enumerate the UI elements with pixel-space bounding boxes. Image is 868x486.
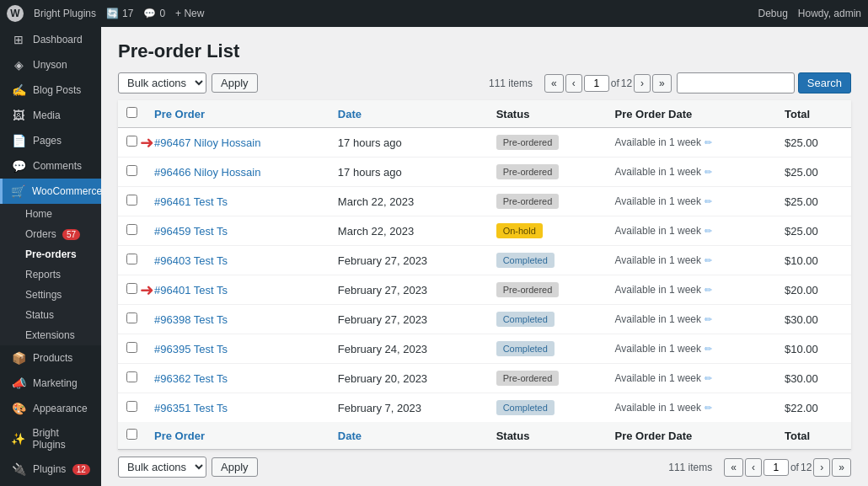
bottom-pagination: « ‹ of 12 › »: [724, 458, 851, 477]
woo-sub-status[interactable]: Status: [8, 305, 101, 325]
last-page-button-bottom[interactable]: »: [832, 458, 851, 477]
select-all-checkbox[interactable]: [126, 107, 137, 118]
bulk-actions-select[interactable]: Bulk actions: [118, 72, 206, 93]
order-link-2[interactable]: #96461 Test Ts: [154, 195, 228, 208]
woo-sub-settings[interactable]: Settings: [8, 285, 101, 305]
select-all-checkbox-footer[interactable]: [126, 429, 137, 440]
admin-bar-new[interactable]: + New: [175, 8, 204, 19]
row-checkbox-0[interactable]: [126, 136, 137, 147]
col-header-pre-order-link[interactable]: Pre Order: [154, 108, 205, 120]
woo-sub-pre-orders[interactable]: Pre-orders: [8, 244, 101, 264]
row-checkbox-cell: [118, 216, 146, 246]
admin-bar-howdy[interactable]: Howdy, admin: [798, 8, 861, 19]
prev-page-button[interactable]: ‹: [565, 74, 582, 93]
row-checkbox-6[interactable]: [126, 312, 137, 323]
apply-button-bottom[interactable]: Apply: [212, 457, 258, 477]
last-page-button[interactable]: »: [652, 74, 672, 93]
woo-sub-orders[interactable]: Orders 57: [8, 224, 101, 244]
sidebar-item-blog-posts[interactable]: ✍ Blog Posts: [0, 77, 101, 103]
edit-icon-3[interactable]: ✏: [705, 226, 712, 237]
woo-sub-extensions[interactable]: Extensions: [8, 325, 101, 345]
edit-icon-5[interactable]: ✏: [705, 285, 712, 296]
status-badge-3: On-hold: [496, 223, 543, 238]
order-link-1[interactable]: #96466 Niloy Hossain: [154, 166, 260, 179]
edit-icon-1[interactable]: ✏: [705, 167, 712, 178]
order-link-5[interactable]: #96401 Test Ts: [154, 284, 228, 296]
admin-bar-debug[interactable]: Debug: [758, 8, 787, 19]
apply-button[interactable]: Apply: [212, 73, 258, 93]
row-checkbox-4[interactable]: [126, 254, 137, 264]
edit-icon-7[interactable]: ✏: [705, 344, 712, 355]
sidebar-item-media[interactable]: 🖼 Media: [0, 103, 101, 128]
page-number-input-bottom[interactable]: [764, 459, 789, 476]
preorder-date-0: Available in 1 week ✏: [614, 136, 768, 148]
comments-nav-icon: 💬: [11, 159, 26, 173]
order-link-3[interactable]: #96459 Test Ts: [154, 225, 228, 238]
edit-icon-0[interactable]: ✏: [705, 137, 712, 148]
edit-icon-6[interactable]: ✏: [705, 314, 712, 325]
row-checkbox-1[interactable]: [126, 165, 137, 176]
sidebar-item-dashboard[interactable]: ⊞ Dashboard: [0, 27, 101, 52]
admin-bar-comments[interactable]: 💬 0: [143, 8, 165, 19]
sidebar-item-users[interactable]: 👤 Users: [0, 482, 101, 486]
next-page-button-bottom[interactable]: ›: [813, 458, 830, 477]
row-preorder-date-cell: Available in 1 week ✏: [606, 216, 776, 246]
col-footer-pre-order-link[interactable]: Pre Order: [154, 430, 205, 442]
row-checkbox-9[interactable]: [126, 401, 137, 412]
order-link-9[interactable]: #96351 Test Ts: [154, 402, 228, 414]
sidebar-label-dashboard: Dashboard: [33, 34, 83, 45]
row-checkbox-8[interactable]: [126, 371, 137, 382]
preorder-date-3: Available in 1 week ✏: [614, 225, 768, 237]
sidebar-item-pages[interactable]: 📄 Pages: [0, 128, 101, 153]
page-number-input[interactable]: [584, 75, 609, 92]
admin-bar-site[interactable]: Bright Plugins: [34, 8, 96, 19]
row-preorder-date-cell: Available in 1 week ✏: [606, 393, 776, 423]
edit-icon-9[interactable]: ✏: [705, 403, 712, 414]
table-row: ➜ #96401 Test Ts February 27, 2023 Pre-o…: [118, 275, 851, 305]
sidebar-item-bright-plugins[interactable]: ✨ Bright Plugins: [0, 421, 101, 457]
search-input[interactable]: [677, 72, 795, 93]
woo-sub-reports[interactable]: Reports: [8, 264, 101, 285]
edit-icon-4[interactable]: ✏: [705, 255, 712, 266]
updates-icon: 🔄: [106, 8, 119, 19]
row-status-cell: Pre-ordered: [488, 128, 607, 158]
wp-logo[interactable]: W: [7, 5, 24, 22]
order-link-0[interactable]: #96467 Niloy Hossain: [154, 136, 260, 149]
next-page-button[interactable]: ›: [634, 74, 651, 93]
row-checkbox-5[interactable]: [126, 283, 137, 294]
sidebar-item-woocommerce[interactable]: 🛒 WooCommerce: [0, 179, 101, 204]
first-page-button-bottom[interactable]: «: [724, 458, 743, 477]
row-order-id-cell: #96403 Test Ts: [146, 246, 330, 275]
search-button[interactable]: Search: [798, 72, 851, 93]
col-header-date-link[interactable]: Date: [338, 108, 362, 120]
row-preorder-date-cell: Available in 1 week ✏: [606, 334, 776, 364]
bulk-actions-select-bottom[interactable]: Bulk actions: [118, 457, 206, 478]
plugins-icon: 🔌: [11, 462, 26, 476]
sidebar-item-comments[interactable]: 💬 Comments: [0, 153, 101, 179]
first-page-button[interactable]: «: [544, 74, 564, 93]
woo-sub-home[interactable]: Home: [8, 204, 101, 224]
sidebar-label-pages: Pages: [33, 135, 62, 147]
prev-page-button-bottom[interactable]: ‹: [745, 458, 762, 477]
order-link-4[interactable]: #96403 Test Ts: [154, 254, 228, 267]
order-link-6[interactable]: #96398 Test Ts: [154, 313, 228, 326]
sidebar-item-unyson[interactable]: ◈ Unyson: [0, 52, 101, 77]
col-header-total: Total: [776, 100, 851, 128]
row-checkbox-7[interactable]: [126, 342, 137, 353]
order-link-7[interactable]: #96395 Test Ts: [154, 343, 228, 355]
admin-bar-updates[interactable]: 🔄 17: [106, 8, 133, 19]
col-footer-date-link[interactable]: Date: [338, 430, 362, 442]
sidebar-item-appearance[interactable]: 🎨 Appearance: [0, 396, 101, 421]
edit-icon-2[interactable]: ✏: [705, 196, 712, 207]
sidebar-item-marketing[interactable]: 📣 Marketing: [0, 371, 101, 396]
sidebar-item-products[interactable]: 📦 Products: [0, 345, 101, 371]
preorder-date-8: Available in 1 week ✏: [614, 372, 768, 384]
order-link-8[interactable]: #96362 Test Ts: [154, 372, 228, 385]
row-checkbox-2[interactable]: [126, 195, 137, 206]
edit-icon-8[interactable]: ✏: [705, 373, 712, 384]
row-checkbox-3[interactable]: [126, 224, 137, 235]
row-preorder-date-cell: Available in 1 week ✏: [606, 128, 776, 158]
table-footer-row: Pre Order Date Status Pre Order Date Tot…: [118, 422, 851, 450]
sidebar-item-plugins[interactable]: 🔌 Plugins 12: [0, 457, 101, 482]
table-row: #96459 Test Ts March 22, 2023 On-hold Av…: [118, 216, 851, 246]
